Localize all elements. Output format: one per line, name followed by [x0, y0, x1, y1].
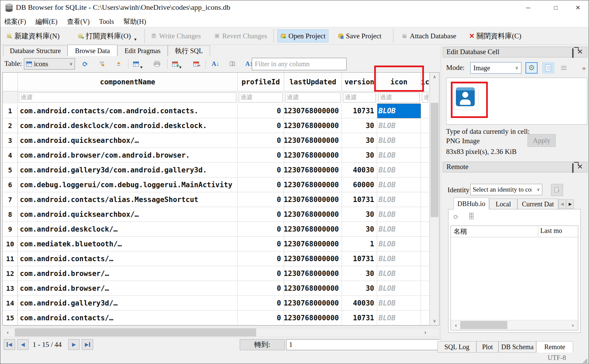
attach-database-button[interactable]: Attach Database: [399, 30, 459, 42]
dock-tab-remote[interactable]: Remote: [536, 341, 573, 353]
remote-tab-current-database[interactable]: Current Dat: [517, 199, 558, 209]
float-panel-icon[interactable]: [572, 164, 574, 172]
cell-version[interactable]: 30: [342, 148, 377, 163]
cell-version[interactable]: 60000: [342, 177, 377, 192]
row-number[interactable]: 11: [3, 251, 18, 266]
cell-componentName[interactable]: com.android.deskclock/com.android.deskcl…: [18, 118, 238, 133]
cell-componentName[interactable]: com.debug.loggerui/com.debug.loggerui.Ma…: [18, 177, 238, 192]
last-page-button[interactable]: ▶: [82, 339, 93, 350]
tab-browse-data[interactable]: Browse Data: [68, 45, 117, 56]
cell-version[interactable]: 30: [342, 266, 377, 281]
cell-lastUpdated[interactable]: 1230768000000: [284, 104, 342, 118]
cell-componentName[interactable]: com.android.contacts/com.android.contact…: [18, 104, 238, 118]
resize-grip[interactable]: [583, 359, 587, 363]
encoding-button[interactable]: [226, 58, 239, 70]
column-header-lastUpdated[interactable]: lastUpdated: [284, 73, 342, 91]
cell-version[interactable]: 30: [342, 118, 377, 133]
remote-column-name[interactable]: 名稱: [451, 226, 538, 237]
cell-version[interactable]: 10731: [342, 311, 377, 325]
cell-profileId[interactable]: 0: [238, 192, 284, 207]
cell-componentName[interactable]: com.android.browser/…: [18, 281, 238, 296]
scroll-right-icon[interactable]: ›: [568, 320, 578, 330]
cell-partial[interactable]: [421, 148, 430, 163]
filter-input-componentName[interactable]: 過濾: [19, 92, 236, 103]
row-number[interactable]: 9: [3, 222, 18, 237]
cell-profileId[interactable]: 0: [238, 296, 284, 311]
cell-lastUpdated[interactable]: 1230768000000: [284, 133, 342, 148]
menu-file[interactable]: 檔案(F): [0, 16, 30, 28]
remote-tab-dbhub[interactable]: DBHub.io: [454, 197, 489, 209]
cell-componentName[interactable]: com.android.quicksearchbox/…: [18, 207, 238, 222]
cell-lastUpdated[interactable]: 1230768000000: [284, 237, 342, 251]
row-number[interactable]: 5: [3, 163, 18, 177]
cell-profileId[interactable]: 0: [238, 222, 284, 237]
format-button[interactable]: [558, 62, 570, 74]
cell-partial[interactable]: [421, 251, 430, 266]
new-database-button[interactable]: + 新建資料庫(N): [4, 30, 62, 42]
cell-version[interactable]: 10731: [342, 104, 377, 118]
column-header-componentName[interactable]: componentName: [18, 73, 238, 91]
cell-icon-blob[interactable]: BLOB: [377, 207, 421, 222]
identity-select[interactable]: Select an identity to conne ∨: [470, 184, 542, 195]
cell-icon-blob[interactable]: BLOB: [377, 163, 421, 177]
cell-componentName[interactable]: com.android.quicksearchbox/…: [18, 133, 238, 148]
tab-execute-sql[interactable]: 執行 SQL: [168, 45, 210, 56]
cell-lastUpdated[interactable]: 1230768000000: [284, 296, 342, 311]
scroll-up-icon[interactable]: ∧: [430, 73, 439, 81]
cell-lastUpdated[interactable]: 1230768000000: [284, 177, 342, 192]
prev-page-button[interactable]: ◀: [17, 339, 29, 350]
encoding-indicator[interactable]: UTF-8: [548, 354, 566, 362]
cell-componentName[interactable]: com.android.browser/…: [18, 266, 238, 281]
text-mode-button[interactable]: [542, 62, 554, 74]
cell-partial[interactable]: [421, 163, 430, 177]
dock-tab-db-schema[interactable]: DB Schema: [499, 341, 536, 353]
cell-partial[interactable]: [421, 281, 430, 296]
cell-version[interactable]: 30: [342, 222, 377, 237]
refresh-button[interactable]: ⟳: [78, 58, 92, 70]
cell-componentName[interactable]: com.android.gallery3d/com.android.galler…: [18, 163, 238, 177]
cell-partial[interactable]: [421, 237, 430, 251]
cell-version[interactable]: 1: [342, 237, 377, 251]
cell-icon-blob[interactable]: BLOB: [377, 133, 421, 148]
revert-changes-button[interactable]: Revert Changes: [211, 30, 270, 42]
row-number[interactable]: 7: [3, 192, 18, 207]
row-number[interactable]: 4: [3, 148, 18, 163]
cell-profileId[interactable]: 0: [238, 207, 284, 222]
clear-sort-button[interactable]: [112, 58, 125, 70]
cell-componentName[interactable]: com.mediatek.bluetooth/…: [18, 237, 238, 251]
cell-icon-blob[interactable]: BLOB: [377, 148, 421, 163]
cell-partial[interactable]: [421, 177, 430, 192]
filter-input-icon[interactable]: 過濾: [378, 92, 420, 103]
scroll-left-icon[interactable]: ‹: [3, 328, 13, 337]
filter-input-version[interactable]: 過濾: [343, 92, 376, 103]
panel-splitter[interactable]: [440, 45, 441, 350]
cell-lastUpdated[interactable]: 1230768000000: [284, 266, 342, 281]
cell-lastUpdated[interactable]: 1230768000000: [284, 163, 342, 177]
first-page-button[interactable]: ◀: [4, 339, 15, 350]
cell-componentName[interactable]: com.android.contacts/…: [18, 251, 238, 266]
cell-icon-blob[interactable]: BLOB: [377, 251, 421, 266]
row-number[interactable]: 6: [3, 177, 18, 192]
tab-edit-pragmas[interactable]: Edit Pragmas: [117, 45, 168, 56]
cell-profileId[interactable]: 0: [238, 118, 284, 133]
cell-profileId[interactable]: 0: [238, 281, 284, 296]
font-button[interactable]: A↓: [209, 58, 222, 70]
cell-partial[interactable]: [421, 192, 430, 207]
cell-version[interactable]: 10731: [342, 192, 377, 207]
horizontal-scrollbar-thumb[interactable]: [15, 328, 256, 336]
cell-profileId[interactable]: 0: [238, 163, 284, 177]
cell-version[interactable]: 40030: [342, 163, 377, 177]
row-number[interactable]: 10: [3, 237, 18, 251]
cell-icon-blob[interactable]: BLOB: [377, 311, 421, 325]
filter-input[interactable]: [252, 58, 347, 70]
cell-version[interactable]: 40030: [342, 296, 377, 311]
more-tools-button[interactable]: »: [578, 62, 589, 74]
cell-version[interactable]: 30: [342, 133, 377, 148]
cell-partial[interactable]: [421, 104, 430, 118]
cell-partial[interactable]: [421, 118, 430, 133]
tab-scroll-left-icon[interactable]: ◀: [558, 199, 566, 209]
row-number[interactable]: 1: [3, 104, 18, 118]
filter-input-lastUpdated[interactable]: 過濾: [285, 92, 341, 103]
cell-version[interactable]: 30: [342, 207, 377, 222]
print-button[interactable]: [150, 58, 164, 70]
